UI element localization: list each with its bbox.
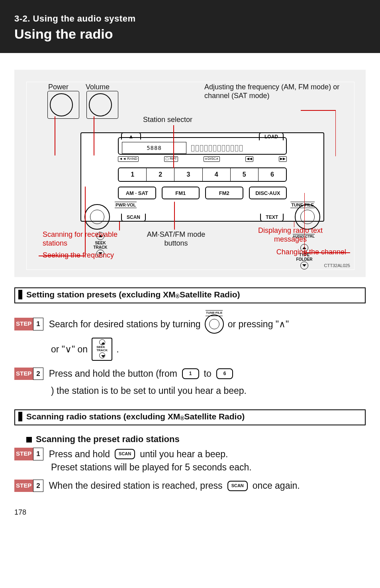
pointer-line <box>85 187 86 256</box>
pointer-line <box>304 252 350 253</box>
text: or pressing "∧" <box>228 317 289 332</box>
text: or "∨" on <box>51 342 88 357</box>
scan-callout: Scanning for receivable stations <box>43 230 130 248</box>
pointer-line <box>301 110 336 111</box>
pointer-line <box>304 193 305 253</box>
heading-text: Satellite Radio) <box>180 290 240 299</box>
square-bullet-icon <box>26 437 32 442</box>
s2-step1: STEP1 Press and hold SCAN until you hear… <box>14 447 366 462</box>
pwr-vol-label: PWR·VOL <box>115 202 137 208</box>
text: Search for desired stations by turning <box>49 317 201 332</box>
page-number: 178 <box>14 508 380 517</box>
preset-6[interactable]: 6 <box>259 168 286 181</box>
text: When the desired station is reached, pre… <box>49 478 223 493</box>
heading-text: Satellite Radio) <box>184 412 245 421</box>
disc-label: ∨DISC∧ <box>204 156 220 162</box>
step-badge: STEP2 <box>14 480 43 492</box>
pwr-vol-knob[interactable] <box>84 204 110 230</box>
step-badge: STEP2 <box>14 368 43 380</box>
header: 3-2. Using the audio system Using the ra… <box>0 0 380 53</box>
rpt-label: ▢ RPT <box>164 156 178 162</box>
step-badge: STEP1 <box>14 448 43 460</box>
preset-3[interactable]: 3 <box>174 168 202 181</box>
lcd-text: 5888 <box>122 142 186 154</box>
section-heading-1: Setting station presets (excluding XM® S… <box>14 287 366 303</box>
modes-callout: AM·SAT/FM mode buttons <box>146 230 206 248</box>
page-title: Using the radio <box>14 26 366 42</box>
radio-unit: ▲ LOAD PWR·VOL TUNE·FILE AUDIO CTRL 5888… <box>80 132 324 222</box>
scan-button-icon: SCAN <box>115 449 135 459</box>
preset-1[interactable]: 1 <box>119 168 147 181</box>
text: . <box>116 342 119 357</box>
step-badge: STEP1 <box>14 318 43 330</box>
heading-text: Setting station presets (excluding XM <box>26 290 176 299</box>
scan-button[interactable]: SCAN <box>121 214 146 222</box>
pointer-line <box>39 256 85 256</box>
rew-label: ◀◀ <box>245 156 253 162</box>
preset-5[interactable]: 5 <box>231 168 259 181</box>
text-button[interactable]: TEXT <box>260 214 284 222</box>
tune-knob-icon: TUNE·FILE <box>205 315 224 334</box>
preset-6-icon: 6 <box>216 368 233 379</box>
station-selector-label: Station selector <box>143 116 192 124</box>
tune-knob[interactable] <box>295 204 320 230</box>
s1-step2: STEP2 Press and hold the button (from 1 … <box>14 366 366 398</box>
preset-row: 1 2 3 4 5 6 <box>118 167 287 182</box>
text: once again. <box>253 478 366 493</box>
scan-button-icon: SCAN <box>227 481 248 491</box>
text: to <box>204 366 212 381</box>
top-knob-group: Power Volume <box>50 85 112 116</box>
preset-4[interactable]: 4 <box>203 168 231 181</box>
am-sat-button[interactable]: AM · SAT <box>118 187 156 199</box>
pointer-line <box>94 116 94 155</box>
text: ) the station is to be set to until you … <box>14 383 366 398</box>
pointer-line <box>173 125 174 168</box>
image-code: CTT32AL025 <box>324 263 350 268</box>
reg-mark: ® <box>180 415 184 421</box>
sub-heading: Scanning the preset radio stations <box>26 434 366 444</box>
type-down-icon[interactable] <box>300 262 308 269</box>
lcd-dashes <box>191 143 283 154</box>
power-label: Power <box>48 83 69 91</box>
mode-row: AM · SAT FM1 FM2 DISC·AUX <box>118 187 287 199</box>
lcd-display: 5888 <box>118 137 287 155</box>
pointer-line <box>119 222 120 230</box>
s2-step2: STEP2 When the desired station is reache… <box>14 478 366 493</box>
heading-text: Scanning radio stations (excluding XM <box>26 412 180 421</box>
chevron-up-icon <box>99 339 105 345</box>
rand-label: ◄◄ RAND <box>118 156 139 162</box>
reg-mark: ® <box>176 293 180 299</box>
power-knob-icon <box>50 93 73 116</box>
chevron-down-icon <box>99 352 105 358</box>
display-callout: Displaying radio text messages <box>251 226 330 244</box>
text: Press and hold the button (from <box>49 366 177 381</box>
diagram-panel: Power Volume Adjusting the frequency (AM… <box>14 70 366 277</box>
section-label: 3-2. Using the audio system <box>14 14 366 24</box>
s2-step1-note: Preset stations will be played for 5 sec… <box>14 462 366 473</box>
pointer-line <box>335 110 336 156</box>
volume-label: Volume <box>86 83 110 91</box>
fm2-button[interactable]: FM2 <box>205 187 243 199</box>
tune-caption: TUNE·FILE <box>206 310 223 316</box>
pointer-line <box>294 222 295 227</box>
text: until you hear a beep. <box>140 447 228 462</box>
preset-2[interactable]: 2 <box>147 168 174 181</box>
fm1-button[interactable]: FM1 <box>162 187 200 199</box>
s1-step1: STEP1 Search for desired stations by tur… <box>14 315 366 334</box>
display-footer: ◄◄ RAND ▢ RPT ∨DISC∧ ◀◀ ▶▶ <box>118 156 287 162</box>
seek-track-icon: SEEKTRACK <box>92 338 112 361</box>
volume-knob-icon <box>89 93 112 116</box>
pointer-line <box>174 202 175 230</box>
section-heading-2: Scanning radio stations (excluding XM® S… <box>14 409 366 425</box>
ff-label: ▶▶ <box>279 156 287 162</box>
text: Press and hold <box>49 447 110 462</box>
disc-aux-button[interactable]: DISC·AUX <box>249 187 287 199</box>
s1-step1b: or "∨" on SEEKTRACK . <box>14 338 366 361</box>
preset-1-icon: 1 <box>182 368 199 379</box>
freq-callout: Adjusting the frequency (AM, FM mode) or… <box>204 83 352 100</box>
pointer-line <box>55 116 55 155</box>
